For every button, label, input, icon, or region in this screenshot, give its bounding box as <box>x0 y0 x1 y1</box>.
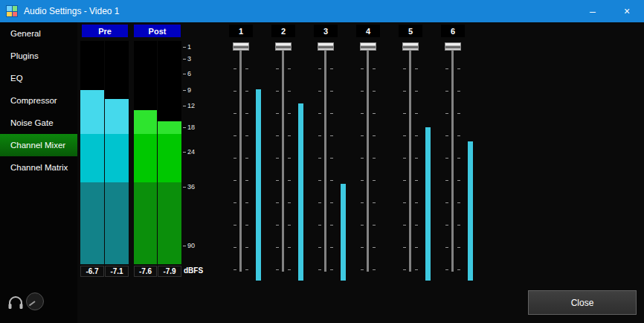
sidebar-item-channel-matrix[interactable]: Channel Matrix <box>0 156 77 179</box>
pre-meter-right <box>105 41 129 264</box>
channel-strip-5: 5 <box>390 25 432 285</box>
scale-tick-18: 18 <box>183 124 195 131</box>
audio-settings-window: Audio Settings - Video 1 – × General Plu… <box>0 0 644 323</box>
scale-tick-3: 3 <box>183 55 191 63</box>
scale-tick-9: 9 <box>183 86 191 94</box>
channel-5-label: 5 <box>399 25 422 37</box>
title-bar: Audio Settings - Video 1 – × <box>0 0 644 22</box>
settings-sidebar: General Plugins EQ Compressor Noise Gate… <box>0 22 77 323</box>
post-meter-right <box>158 41 181 264</box>
channel-1-fader-handle[interactable] <box>233 42 249 51</box>
scale-tick-36: 36 <box>183 183 195 191</box>
channel-4-fader-handle[interactable] <box>360 42 376 51</box>
channel-3-fader-handle[interactable] <box>318 42 334 51</box>
window-title: Audio Settings - Video 1 <box>24 6 120 16</box>
pre-meter-left <box>80 41 104 264</box>
channel-2-label: 2 <box>271 25 295 37</box>
channel-strip-1: 1 <box>220 25 263 285</box>
channel-strip-4: 4 <box>347 25 390 285</box>
channel-5-fader-handle[interactable] <box>402 42 419 51</box>
headphones-icon[interactable] <box>7 295 24 313</box>
channel-4-label: 4 <box>356 25 380 37</box>
post-meter-left <box>134 41 157 264</box>
channel-3-label: 3 <box>314 25 338 37</box>
pre-right-dbfs-value: -7.1 <box>105 266 129 277</box>
channel-6-level-meter <box>468 45 473 281</box>
pre-meter-label: Pre <box>82 25 128 37</box>
channel-1-level-meter <box>256 45 261 281</box>
sidebar-item-general[interactable]: General <box>0 22 77 45</box>
channel-strip-3: 3 <box>305 25 347 285</box>
scale-tick-90: 90 <box>183 242 195 249</box>
post-left-dbfs-value: -7.6 <box>134 266 157 277</box>
scale-tick-12: 12 <box>183 102 195 109</box>
scale-tick-1: 1 <box>183 43 191 51</box>
scale-tick-6: 6 <box>183 70 191 77</box>
minimize-button[interactable]: – <box>576 0 610 22</box>
scale-tick-24: 24 <box>183 148 195 156</box>
channel-3-level-meter <box>341 45 346 281</box>
window-controls: – × <box>576 0 644 22</box>
dbfs-unit-label: dBFS <box>184 266 203 275</box>
pre-left-dbfs-value: -6.7 <box>80 266 104 277</box>
channel-2-fader-handle[interactable] <box>275 42 292 51</box>
sidebar-item-compressor[interactable]: Compressor <box>0 89 77 112</box>
channel-4-level-meter <box>383 45 388 281</box>
close-window-button[interactable]: × <box>610 0 644 22</box>
channel-6-label: 6 <box>441 25 465 37</box>
channel-5-level-meter <box>425 45 431 281</box>
sidebar-item-channel-mixer[interactable]: Channel Mixer <box>0 134 77 156</box>
channel-strip-6: 6 <box>432 25 474 285</box>
post-right-dbfs-value: -7.9 <box>158 266 181 277</box>
channel-6-fader-handle[interactable] <box>445 42 461 51</box>
post-meter-label: Post <box>134 25 181 37</box>
app-icon <box>6 5 18 17</box>
headphone-volume-knob[interactable] <box>25 292 45 314</box>
close-button[interactable]: Close <box>528 290 637 315</box>
sidebar-item-noise-gate[interactable]: Noise Gate <box>0 112 77 134</box>
channel-2-level-meter <box>298 45 303 281</box>
channel-1-label: 1 <box>229 25 253 37</box>
channel-strip-2: 2 <box>263 25 305 285</box>
sidebar-item-eq[interactable]: EQ <box>0 67 77 89</box>
sidebar-item-plugins[interactable]: Plugins <box>0 45 77 67</box>
